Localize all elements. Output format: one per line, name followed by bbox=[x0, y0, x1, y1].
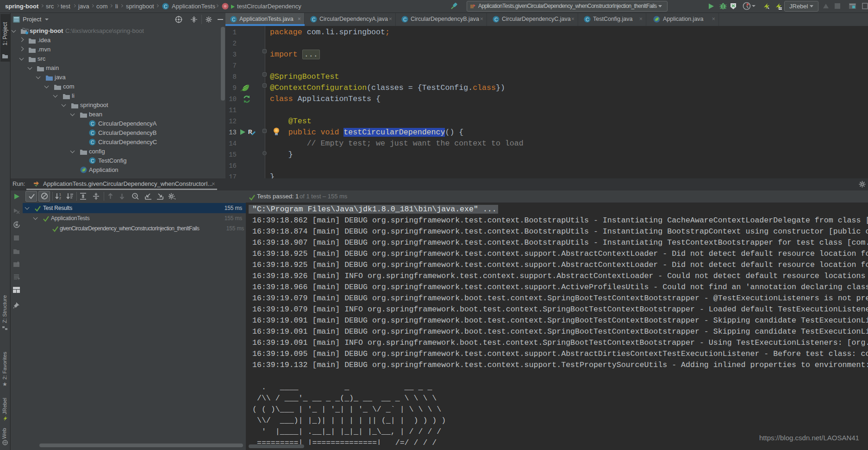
svg-text:C: C bbox=[586, 17, 589, 22]
svg-text:C: C bbox=[91, 131, 94, 136]
svg-text:C: C bbox=[232, 17, 235, 22]
svg-text:C: C bbox=[494, 17, 498, 22]
svg-text:2: 2 bbox=[59, 196, 61, 200]
svg-text:C: C bbox=[164, 4, 167, 9]
svg-text:C: C bbox=[312, 17, 315, 22]
svg-text:C: C bbox=[91, 121, 94, 127]
svg-text:C: C bbox=[91, 140, 94, 145]
svg-text:C: C bbox=[91, 158, 94, 164]
svg-text:C: C bbox=[403, 17, 406, 22]
svg-text:1: 1 bbox=[59, 193, 61, 196]
